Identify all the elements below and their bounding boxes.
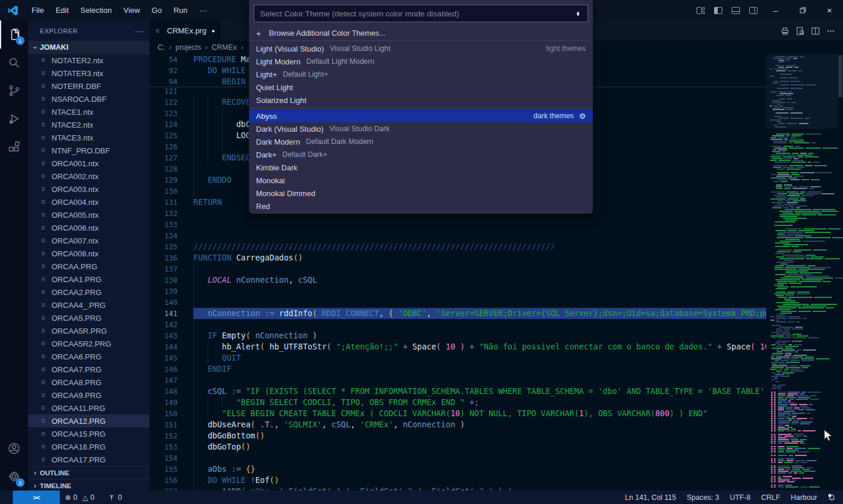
code-line-157[interactable]: 157AADD( aObs, { FieldGet( 1 ), FieldGet…	[149, 486, 766, 491]
toggle-sidebar-icon[interactable]	[709, 3, 727, 18]
menu-view[interactable]: View	[118, 0, 146, 20]
theme-item-solarized-dark[interactable]: Solarized Dark	[249, 212, 593, 214]
configure-gear-icon[interactable]: ⚙	[579, 112, 586, 121]
file-item-orcaa5r2.prg[interactable]: ≡ORCAA5R2.PRG	[28, 337, 149, 350]
file-item-orcaa17.prg[interactable]: ≡ORCAA17.PRG	[28, 453, 149, 466]
file-item-ntnf_pro.dbf[interactable]: ≡NTNF_PRO.DBF	[28, 144, 149, 157]
file-item-orca006.ntx[interactable]: ≡ORCA006.ntx	[28, 221, 149, 234]
menu-edit[interactable]: Edit	[50, 0, 74, 20]
code-line-152[interactable]: 152dbGoBottom()	[149, 430, 766, 441]
section-outline[interactable]: ›OUTLINE	[28, 466, 149, 479]
code-line-155[interactable]: 155aObs := {}	[149, 464, 766, 475]
customize-layout-icon[interactable]	[692, 3, 709, 18]
code-line-138[interactable]: 138LOCAL nConnection, cSQL	[149, 275, 766, 286]
theme-item-red[interactable]: Red	[249, 200, 593, 212]
language-mode[interactable]: Harbour	[791, 493, 817, 502]
file-item-ntace2.ntx[interactable]: ≡NTACE2.ntx	[28, 118, 149, 131]
code-line-156[interactable]: 156DO WHILE !Eof()	[149, 475, 766, 486]
code-line-144[interactable]: 144hb_Alert( hb_UTF8ToStr( ";Atenção!;;"…	[149, 341, 766, 352]
file-item-orca008.ntx[interactable]: ≡ORCA008.ntx	[28, 247, 149, 260]
file-item-orcaa11.prg[interactable]: ≡ORCAA11.PRG	[28, 402, 149, 414]
file-item-orcaa5.prg[interactable]: ≡ORCAA5.PRG	[28, 311, 149, 324]
theme-item-monokai[interactable]: Monokai	[249, 174, 593, 187]
code-line-148[interactable]: 148cSQL := "IF (EXISTS (SELECT * FROM IN…	[149, 386, 766, 397]
toggle-secondary-sidebar-icon[interactable]	[745, 3, 762, 18]
file-item-orcaa12.prg[interactable]: ≡ORCAA12.PRG	[28, 414, 149, 427]
code-line-141[interactable]: 141nConnection := rddInfo( RDDI_CONNECT,…	[149, 308, 766, 319]
code-line-139[interactable]: 139	[149, 286, 766, 297]
crumb-0[interactable]: C:	[158, 43, 165, 52]
code-line-137[interactable]: 137	[149, 263, 766, 275]
file-item-orca007.ntx[interactable]: ≡ORCA007.ntx	[28, 234, 149, 247]
code-line-149[interactable]: 149"BEGIN SELECT CODCLI, TIPO, OBS FROM …	[149, 397, 766, 408]
menu-file[interactable]: File	[26, 0, 50, 20]
code-line-146[interactable]: 146ENDIF	[149, 364, 766, 375]
activitybar-accounts[interactable]	[0, 434, 28, 462]
activitybar-search[interactable]	[0, 49, 28, 77]
scrollbar-thumb[interactable]	[838, 55, 842, 97]
file-item-orcaa4_.prg[interactable]: ≡ORCAA4_.PRG	[28, 299, 149, 311]
modified-dot-icon[interactable]: ●	[211, 28, 214, 34]
section-timeline[interactable]: ›TIMELINE	[28, 479, 149, 491]
code-line-153[interactable]: 153dbGoTop()	[149, 441, 766, 452]
close-button[interactable]: ×	[816, 0, 843, 20]
file-item-orca003.ntx[interactable]: ≡ORCA003.ntx	[28, 183, 149, 196]
ports-indicator[interactable]: 0	[108, 493, 122, 502]
theme-item-dark-modern[interactable]: Dark ModernDefault Dark Modern	[249, 135, 593, 148]
theme-item-monokai-dimmed[interactable]: Monokai Dimmed	[249, 187, 593, 200]
eol[interactable]: CRLF	[761, 493, 780, 502]
theme-item-kimbie-dark[interactable]: Kimbie Dark	[249, 161, 593, 174]
file-item-orcaa1.prg[interactable]: ≡ORCAA1.PRG	[28, 273, 149, 286]
folder-row-jomaki[interactable]: › JOMAKI	[28, 41, 149, 54]
code-line-150[interactable]: 150"ELSE BEGIN CREATE TABLE CRMEx ( CODC…	[149, 408, 766, 419]
code-line-134[interactable]: 134	[149, 230, 766, 241]
file-item-orca002.ntx[interactable]: ≡ORCA002.ntx	[28, 170, 149, 183]
file-item-noterr.dbf[interactable]: ≡NOTERR.DBF	[28, 80, 149, 92]
file-item-orcaa6.prg[interactable]: ≡ORCAA6.PRG	[28, 350, 149, 363]
theme-item-light-visual-studio-[interactable]: Light (Visual Studio)Visual Studio Light…	[249, 42, 593, 55]
problems-indicator[interactable]: ⊗ 0 △ 0	[65, 493, 94, 502]
file-item-orcaa8.prg[interactable]: ≡ORCAA8.PRG	[28, 376, 149, 389]
menu-overflow[interactable]: ···	[193, 0, 213, 20]
file-item-orca005.ntx[interactable]: ≡ORCA005.ntx	[28, 208, 149, 221]
code-line-135[interactable]: 135/////////////////////////////////////…	[149, 241, 766, 252]
restore-button[interactable]	[789, 0, 816, 20]
tab-crmex[interactable]: ≡ CRMEx.prg ●	[149, 20, 221, 41]
menu-go[interactable]: Go	[146, 0, 168, 20]
file-item-nsaroca.dbf[interactable]: ≡NSAROCA.DBF	[28, 92, 149, 105]
file-item-orcaa2.prg[interactable]: ≡ORCAA2.PRG	[28, 286, 149, 299]
file-item-orcaa15.prg[interactable]: ≡ORCAA15.PRG	[28, 427, 149, 440]
file-item-orcaa5r.prg[interactable]: ≡ORCAA5R.PRG	[28, 324, 149, 337]
theme-item-dark-[interactable]: Dark+Default Dark+	[249, 148, 593, 161]
code-line-151[interactable]: 151dbUseArea( .T., 'SQLMIX', cSQL, 'CRME…	[149, 419, 766, 430]
file-item-orca004.ntx[interactable]: ≡ORCA004.ntx	[28, 196, 149, 208]
activitybar-explorer[interactable]: 1	[0, 20, 28, 49]
code-line-136[interactable]: 136FUNCTION CarregaDados()	[149, 252, 766, 263]
more-actions-icon[interactable]	[823, 23, 838, 39]
file-item-orcaa9.prg[interactable]: ≡ORCAA9.PRG	[28, 389, 149, 402]
theme-search-input[interactable]: Select Color Theme (detect system color …	[254, 5, 588, 22]
browse-additional-themes[interactable]: + Browse Additional Color Themes...	[249, 26, 593, 39]
search-editor-icon[interactable]	[793, 23, 808, 39]
theme-item-dark-visual-studio-[interactable]: Dark (Visual Studio)Visual Studio Dark	[249, 122, 593, 135]
code-line-143[interactable]: 143IF Empty( nConnection )	[149, 330, 766, 341]
menu-run[interactable]: Run	[168, 0, 193, 20]
code-line-154[interactable]: 154	[149, 452, 766, 464]
editor-scrollbar[interactable]	[838, 54, 843, 491]
theme-item-light-[interactable]: Light+Default Light+	[249, 68, 593, 81]
encoding[interactable]: UTF-8	[730, 493, 750, 502]
file-item-orca001.ntx[interactable]: ≡ORCA001.ntx	[28, 157, 149, 170]
code-line-147[interactable]: 147	[149, 375, 766, 386]
indentation[interactable]: Spaces: 3	[687, 493, 719, 502]
file-item-orcaa16.prg[interactable]: ≡ORCAA16.PRG	[28, 440, 149, 453]
color-mode-icon[interactable]: ◐	[576, 8, 582, 19]
toggle-panel-icon[interactable]	[727, 3, 745, 18]
activitybar-settings[interactable]: 2	[0, 462, 28, 491]
notifications-bell[interactable]	[828, 493, 836, 502]
minimap[interactable]	[766, 54, 838, 491]
file-item-notater2.ntx[interactable]: ≡NOTATER2.ntx	[28, 54, 149, 67]
theme-item-quiet-light[interactable]: Quiet Light	[249, 81, 593, 94]
code-line-142[interactable]: 142	[149, 319, 766, 330]
minimize-button[interactable]: –	[762, 0, 789, 20]
file-item-orcaa7.prg[interactable]: ≡ORCAA7.PRG	[28, 363, 149, 376]
